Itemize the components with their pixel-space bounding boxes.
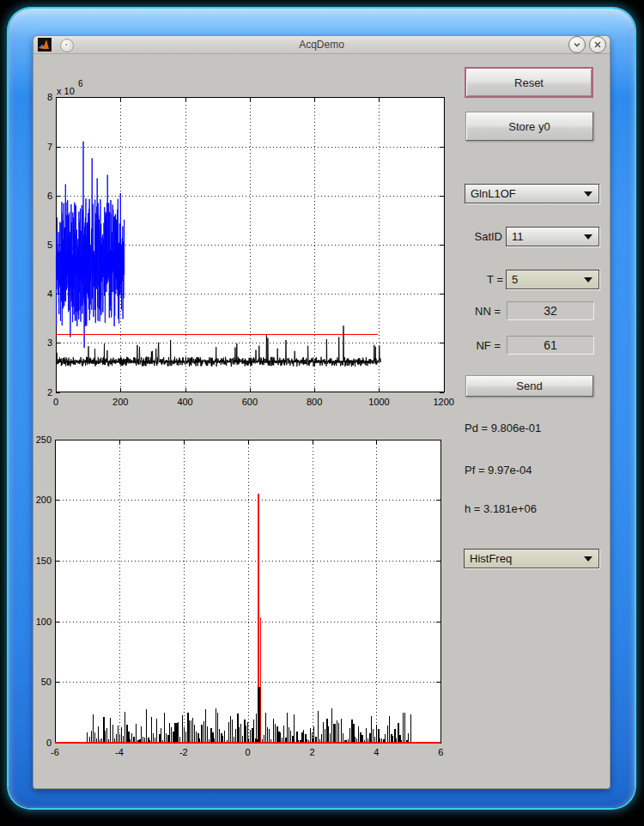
- store-y0-button[interactable]: Store y0: [465, 112, 593, 141]
- reset-button[interactable]: Reset: [465, 67, 593, 98]
- t-label: T =: [411, 273, 503, 286]
- svg-text:6: 6: [78, 79, 83, 88]
- titlebar[interactable]: AcqDemo: [33, 36, 610, 54]
- nf-field[interactable]: 61: [507, 336, 594, 355]
- pf-value: Pf = 9.97e-04: [465, 464, 532, 477]
- nn-field[interactable]: 32: [507, 301, 594, 320]
- acquisition-plot: 0200400600800100012002345678x 106: [35, 74, 465, 417]
- svg-text:-2: -2: [179, 747, 188, 757]
- svg-text:2: 2: [47, 387, 52, 398]
- chevron-down-icon: [584, 191, 592, 197]
- histogram-plot: -6-4-20246050100150200250: [35, 426, 465, 773]
- svg-text:7: 7: [47, 142, 52, 152]
- signal-select[interactable]: GlnL1OF: [465, 184, 599, 203]
- pd-value: Pd = 9.806e-01: [465, 422, 541, 434]
- svg-text:0: 0: [46, 738, 52, 748]
- window-frame: AcqDemo 0200400600800100012002345678x 10…: [9, 9, 635, 808]
- chevron-down-icon: [584, 556, 592, 562]
- t-select[interactable]: 5: [506, 270, 599, 289]
- svg-text:4: 4: [47, 288, 52, 299]
- svg-text:3: 3: [47, 337, 52, 348]
- nn-label: NN =: [408, 305, 501, 318]
- svg-text:6: 6: [438, 747, 443, 757]
- h-value: h = 3.181e+06: [465, 502, 537, 515]
- close-button[interactable]: [589, 36, 606, 53]
- svg-text:2: 2: [309, 747, 314, 757]
- nf-label: NF =: [408, 339, 501, 352]
- svg-text:x 10: x 10: [57, 86, 75, 96]
- satid-label: SatID: [411, 230, 502, 243]
- svg-text:8: 8: [47, 92, 52, 102]
- svg-text:150: 150: [36, 556, 52, 566]
- svg-text:1000: 1000: [368, 397, 389, 407]
- svg-text:250: 250: [36, 434, 52, 445]
- svg-text:600: 600: [242, 397, 258, 407]
- svg-text:200: 200: [112, 397, 128, 407]
- svg-text:0: 0: [246, 747, 251, 757]
- acqdemo-window: AcqDemo 0200400600800100012002345678x 10…: [33, 36, 610, 788]
- chevron-down-icon: [584, 234, 592, 240]
- svg-text:200: 200: [36, 495, 52, 505]
- satid-select[interactable]: 11: [506, 227, 599, 246]
- svg-text:400: 400: [177, 397, 192, 407]
- svg-text:-6: -6: [51, 747, 59, 757]
- svg-text:50: 50: [41, 677, 52, 687]
- window-title: AcqDemo: [33, 36, 610, 53]
- minimize-button[interactable]: [568, 36, 586, 53]
- hist-select[interactable]: HistFreq: [464, 549, 599, 568]
- svg-text:-4: -4: [115, 747, 124, 757]
- svg-text:800: 800: [307, 397, 322, 407]
- svg-text:0: 0: [53, 397, 58, 407]
- svg-text:100: 100: [36, 616, 52, 627]
- svg-text:5: 5: [47, 240, 52, 250]
- svg-text:1200: 1200: [433, 397, 453, 407]
- chevron-down-icon: [584, 277, 592, 282]
- svg-text:6: 6: [47, 191, 52, 201]
- svg-text:4: 4: [374, 747, 379, 757]
- send-button[interactable]: Send: [465, 375, 593, 397]
